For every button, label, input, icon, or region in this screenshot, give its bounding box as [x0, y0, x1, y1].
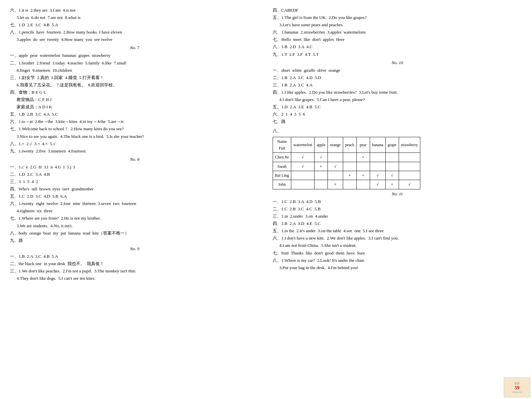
- no9-san-2: 4.They don't like dogs. 5.I can't see te…: [17, 275, 259, 282]
- right-jiu: 九、1.T 2.F 3.F 4.T 5.T: [273, 51, 522, 58]
- row-john-grape: ×: [385, 180, 399, 189]
- table-row: John × √ × √: [273, 180, 420, 189]
- no8-title: No. 8: [10, 157, 259, 162]
- row-sarah-pear: [356, 162, 370, 171]
- row-chen-jie-peach: [343, 153, 356, 162]
- no11-liu-2: 4.I am not from China. 5.She isn't a stu…: [279, 242, 522, 249]
- no7-er-1: 二、1.brother 2.friend 3.today 4.teacher 5…: [10, 59, 259, 67]
- no8-qi-2: 3.We are students. 4.No, it isn't.: [17, 222, 259, 230]
- no8-ba: 八、body orange boat my put banana read ki…: [10, 230, 259, 237]
- page-container: 六、1.it is 2.they are 3.I am 4.is not 5.l…: [10, 7, 522, 284]
- right-column: 四、CABEDF 五、1.The girl is from the UK. 2.…: [273, 7, 522, 284]
- ba-line2: 3.apples do see twenty 4.How many you se…: [17, 36, 259, 43]
- no11-si: 四、1.B 2.A 3.D 4.E 5.C: [273, 220, 522, 227]
- row-chen-jie-pear: ×: [356, 153, 370, 162]
- no7-yi: 一、apple pear watermelon bananas grapes s…: [10, 52, 259, 59]
- no7-section: 一、apple pear watermelon bananas grapes s…: [10, 52, 259, 154]
- table-row: Sarah √ × √: [273, 162, 420, 171]
- table-row: Chen Jie √ √ ×: [273, 153, 420, 162]
- stamp-text1: 答案: [514, 382, 520, 385]
- row-sarah-name: Sarah: [273, 162, 291, 171]
- no8-qi-1: 七、1.Where are you from? 2.He is not my b…: [10, 215, 259, 222]
- row-chen-jie-strawberry: [399, 153, 420, 162]
- right-top-section: 四、CABEDF 五、1.The girl is from the UK. 2.…: [273, 7, 522, 58]
- stamp-number: 59: [515, 385, 519, 391]
- no7-san-1: 三、1.妇女节 2.真的 3.回家 4.睡觉 5.打开看看！: [10, 74, 259, 81]
- watermark-stamp: 答案 59 mxqe.com: [504, 377, 530, 397]
- no8-san: 三、3 1 5 4 2: [10, 178, 259, 185]
- no10-er: 二、1.B 2.A 3.C 4.D 5.D: [273, 74, 522, 81]
- row-chen-jie-grape: [385, 153, 399, 162]
- right-ba: 八、1.B 2.D 3.A 4.C: [273, 43, 522, 50]
- no11-ba-1: 八、1.Where is my car? 2.Look! It's under …: [273, 257, 522, 264]
- no10-si-1: 四、1.I like apples. 2.Do you like strawbe…: [273, 89, 522, 96]
- no7-liu: 六、1.to→at 2.the→the 3.kite→kites 4.in to…: [10, 118, 259, 125]
- no7-si-3: 家庭成员：A D I K: [17, 103, 259, 111]
- row-chen-jie-name: Chen Jie: [273, 153, 291, 162]
- th-grape: grape: [385, 137, 399, 153]
- no9-yi: 一、1.B 2.A 3.C 4.B 5.A: [10, 253, 259, 260]
- no10-section: 一、short white giraffe drive orange 二、1.B…: [273, 67, 522, 126]
- liu-section: 六、1.it is 2.they are 3.I am 4.is not 5.l…: [10, 7, 259, 43]
- no7-si-2: 教室物品：C F H J: [17, 96, 259, 103]
- row-sarah-banana: [370, 162, 385, 171]
- th-strawberry: strawberry: [399, 137, 420, 153]
- no10-san: 三、1.B 2.A 3.C 4.A: [273, 81, 522, 89]
- no7-jiu: 九、1.twenty 2.five 3.nineteen 4.fourteen: [10, 148, 259, 155]
- row-chen-jie-banana: [370, 153, 385, 162]
- no8-section: 一、1.c e 2.G H 3.l n 4.G I 5.j I 二、1.D 2.…: [10, 163, 259, 244]
- ba-line1: 八、1.pencils have fourteen 2.How many boo…: [10, 29, 259, 36]
- row-bai-ling-watermelon: [291, 171, 315, 180]
- no10-wu: 五、1.D 2.A 3.E 4.B 5.C: [273, 103, 522, 111]
- no7-er-2: 8.finger 9.nineteen 10.children: [17, 67, 259, 74]
- row-sarah-grape: [385, 162, 399, 171]
- row-chen-jie-apple: √: [314, 153, 328, 162]
- th-name-fuit: NameFuit: [273, 137, 291, 153]
- right-si: 四、CABEDF: [273, 7, 522, 14]
- no7-ba: 八、1.× 2.√ 3.× 4.× 5.√: [10, 140, 259, 148]
- ba-table-section: 八、 NameFuit watermelon apple orange peac…: [273, 127, 522, 189]
- no8-yi: 一、1.c e 2.G H 3.l n 4.G I 5.j I: [10, 163, 259, 171]
- row-sarah-watermelon: √: [291, 162, 315, 171]
- no8-liu-1: 六、1.twenty eight twelve 2.four nine thir…: [10, 200, 259, 207]
- row-john-pear: [356, 180, 370, 189]
- no8-jiu: 九、路: [10, 237, 259, 244]
- th-banana: banana: [370, 137, 385, 153]
- row-chen-jie-orange: [328, 153, 343, 162]
- liu-line1: 六、1.it is 2.they are 3.I am 4.is not: [10, 7, 259, 14]
- no11-liu-1: 六、1.I don't have a new kite. 2.We don't …: [273, 235, 522, 242]
- right-wu-2: 3.Let's have some pears and peaches.: [279, 21, 522, 29]
- fruit-table: NameFuit watermelon apple orange peach p…: [273, 137, 420, 189]
- row-john-name: John: [273, 180, 291, 189]
- row-sarah-strawberry: [399, 162, 420, 171]
- th-orange: orange: [328, 137, 343, 153]
- row-bai-ling-orange: [328, 171, 343, 180]
- no10-title: No. 10: [273, 60, 522, 65]
- no7-qi-1: 七、1.Welcome back to school！ 2.How many k…: [10, 125, 259, 133]
- left-column: 六、1.it is 2.they are 3.I am 4.is not 5.l…: [10, 7, 259, 284]
- row-bai-ling-grape: √: [385, 171, 399, 180]
- no7-title: No. 7: [10, 45, 259, 50]
- row-bai-ling-strawberry: [399, 171, 420, 180]
- no8-liu-2: 4.eighteen six three: [17, 207, 259, 215]
- no9-title: No. 9: [10, 246, 259, 251]
- row-john-strawberry: √: [399, 180, 420, 189]
- no9-er: 二、the black one in your desk 我也不。 我真俊！: [10, 260, 259, 267]
- no7-qi-2: 3.Nice to see you again. 4.The black one…: [17, 133, 259, 140]
- no9-san-1: 三、1.We don't like peaches. 2.I'm not a p…: [10, 267, 259, 275]
- row-sarah-orange: √: [328, 162, 343, 171]
- liu-line2: 5.let us 6.do not 7.are not 8.what is: [17, 14, 259, 21]
- no10-qi: 七、路: [273, 118, 522, 125]
- row-john-orange: ×: [328, 180, 343, 189]
- no11-yi: 一、1.C 2.B 3.A 4.D 5.B: [273, 198, 522, 205]
- row-bai-ling-apple: [314, 171, 328, 180]
- row-sarah-peach: [343, 162, 356, 171]
- no11-ba-2: 3.Put your bag in the desk. 4.I'm behind…: [279, 264, 522, 271]
- table-header-row: NameFuit watermelon apple orange peach p…: [273, 137, 420, 153]
- table-row: Bai Ling × × √ √: [273, 171, 420, 180]
- row-chen-jie-watermelon: √: [291, 153, 315, 162]
- th-watermelon: watermelon: [291, 137, 315, 153]
- no9-section: 一、1.B 2.A 3.C 4.B 5.A 二、the black one in…: [10, 253, 259, 282]
- no7-san-2: 6.我看见了五朵花。 7.这是我爸爸。 8.欢迎回学校。: [17, 81, 259, 89]
- no11-er: 二、1.C 2.B 3.C 4.C 5.B: [273, 205, 522, 213]
